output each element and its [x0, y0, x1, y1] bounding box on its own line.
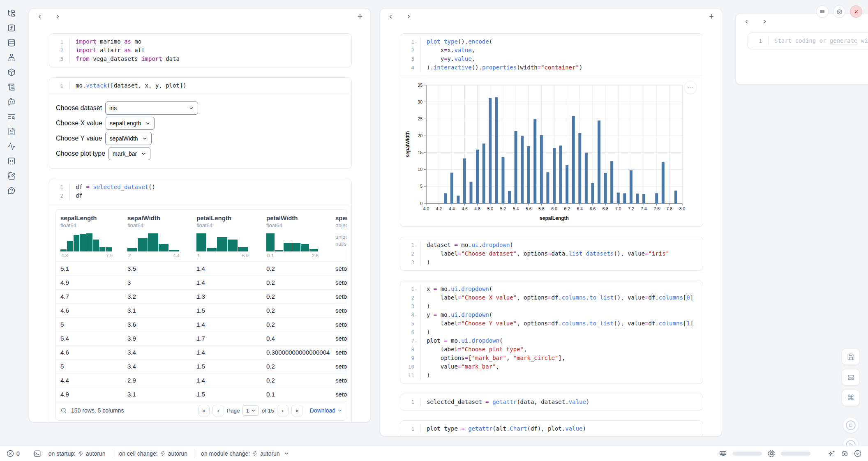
code-line[interactable]: 1⌄plot_type().encode( [400, 37, 703, 46]
ai-chat-icon[interactable] [7, 98, 16, 106]
column-header-sepalLength[interactable]: sepalLengthfloat644.37.9 [60, 214, 127, 258]
column-header-sepalWidth[interactable]: sepalWidthfloat6424.4 [127, 214, 196, 258]
copilot-button[interactable] [841, 450, 848, 457]
table-row[interactable]: 53.61.40.2setosa [55, 317, 347, 331]
last-page-button[interactable]: » [291, 405, 303, 416]
search-icon[interactable] [60, 407, 67, 414]
tracing-activity-icon[interactable] [7, 142, 16, 150]
code-line[interactable]: 1df = selected_dataset() [49, 183, 351, 191]
column-next-button[interactable] [405, 13, 412, 20]
database-icon[interactable] [7, 39, 16, 47]
column-prev-button[interactable] [387, 13, 394, 20]
autorun-toggle-on-module-change[interactable]: on module change:autorun [201, 450, 289, 457]
table-row[interactable]: 5.43.91.70.4setosa [55, 331, 347, 345]
table-row[interactable]: 53.41.50.2setosa [55, 359, 347, 373]
table-row[interactable]: 4.63.11.50.2setosa [55, 303, 347, 317]
keyboard-shortcuts-button[interactable]: ⌘ [842, 390, 860, 406]
logs-scroll-icon[interactable] [7, 83, 16, 91]
package-icon[interactable] [7, 68, 16, 76]
code-line[interactable]: 1import marimo as mo [49, 37, 351, 46]
code-cell-dataset-dropdown[interactable]: 1⌄dataset = mo.ui.dropdown(2 label="Choo… [400, 237, 703, 271]
column-next-button[interactable] [54, 13, 61, 20]
column-header-species[interactable]: speciesobjectuniquenulls: [335, 214, 347, 258]
code-line[interactable]: 6) [400, 328, 703, 337]
chart-actions-button[interactable]: ⋯ [684, 81, 697, 94]
select-choose-y-value[interactable]: sepalWidth [105, 132, 151, 145]
table-row[interactable]: 4.42.91.40.2setosa [55, 373, 347, 387]
menu-button[interactable] [816, 5, 829, 18]
code-line[interactable]: 8 label="Choose plot type", [400, 345, 703, 354]
close-button[interactable] [850, 5, 862, 18]
code-line[interactable]: 4⌄y = mo.ui.dropdown( [400, 311, 703, 319]
select-choose-x-value[interactable]: sepalLength [106, 117, 155, 130]
code-line[interactable]: 4).interactive().properties(width="conta… [400, 63, 703, 72]
code-line[interactable]: 3 y=y.value, [400, 55, 703, 63]
select-choose-plot-type[interactable]: mark_bar [108, 147, 150, 160]
column-next-button[interactable] [761, 18, 768, 25]
scratchpad-search-icon[interactable] [7, 113, 16, 121]
code-line[interactable]: 3from vega_datasets import data [49, 55, 351, 63]
code-line[interactable]: 2import altair as alt [49, 46, 351, 55]
code-cell-selected-dataset[interactable]: 1selected_dataset = getattr(data, datase… [400, 394, 703, 410]
code-line[interactable]: 5 label="Choose Y value", options=df.col… [400, 319, 703, 328]
code-line[interactable]: 9 options=["mark_bar", "mark_circle"], [400, 354, 703, 362]
code-line[interactable]: 2 label="Choose X value", options=df.col… [400, 293, 703, 302]
column-header-petalWidth[interactable]: petalWidthfloat640.12.5 [266, 214, 335, 258]
settings-button[interactable] [833, 5, 845, 18]
add-cell-button[interactable] [356, 13, 364, 20]
table-row[interactable]: 5.13.51.40.2setosa [55, 261, 347, 275]
column-header-petalLength[interactable]: petalLengthfloat6416.9 [196, 214, 266, 258]
code-cell-plot-type[interactable]: 1plot_type = getattr(alt.Chart(df), plot… [400, 420, 703, 436]
stop-button[interactable] [843, 417, 859, 433]
layout-button[interactable] [842, 369, 860, 385]
add-cell-button[interactable] [708, 13, 715, 20]
code-line[interactable]: 11) [400, 371, 703, 380]
generate-link[interactable]: generate [830, 37, 857, 44]
ai-sparkles-button[interactable] [828, 450, 835, 457]
cpu-usage-meter[interactable] [781, 452, 810, 456]
table-row[interactable]: 4.93.11.50.1setosa [55, 387, 347, 401]
code-cell-xy-plot-dropdowns[interactable]: 1⌄x = mo.ui.dropdown(2 label="Choose X v… [400, 281, 703, 384]
code-line[interactable]: 1mo.vstack([dataset, x, y, plot]) [49, 81, 351, 90]
code-cell-plot[interactable]: 1⌄plot_type().encode(2 x=x.value,3 y=y.v… [400, 33, 703, 227]
table-row[interactable]: 4.63.41.40.30000000000000004setosa [55, 345, 347, 359]
next-page-button[interactable]: › [277, 405, 289, 416]
code-line[interactable]: 3) [400, 258, 703, 267]
column-prev-button[interactable] [743, 18, 750, 25]
code-line[interactable]: 1plot_type = getattr(alt.Chart(df), plot… [400, 424, 703, 433]
notebook-pen-icon[interactable] [7, 172, 16, 180]
prev-page-button[interactable]: ‹ [212, 405, 224, 416]
page-select[interactable]: 1 [242, 405, 259, 416]
health-check-button[interactable] [854, 450, 861, 457]
dependency-graph-icon[interactable] [7, 53, 16, 62]
code-cell-vstack[interactable]: 1mo.vstack([dataset, x, y, plot]) Choose… [49, 77, 352, 169]
column-prev-button[interactable] [36, 13, 43, 20]
code-line[interactable]: 2 x=x.value, [400, 46, 703, 55]
code-cell-dataframe[interactable]: 1df = selected_dataset()2df sepalLengthf… [49, 179, 352, 422]
code-line[interactable]: 10 value="mark_bar", [400, 362, 703, 371]
code-line[interactable]: 1⌄dataset = mo.ui.dropdown( [400, 241, 703, 249]
first-page-button[interactable]: « [198, 405, 210, 416]
download-button[interactable]: Download [310, 407, 342, 414]
help-icon[interactable] [7, 187, 16, 195]
empty-cell-editor[interactable]: 1 Start coding or generate with AI [748, 32, 868, 49]
code-line[interactable]: 1selected_dataset = getattr(data, datase… [400, 398, 703, 406]
code-line[interactable]: 3) [400, 302, 703, 311]
save-button[interactable] [842, 348, 860, 365]
table-row[interactable]: 4.931.40.2setosa [55, 275, 347, 289]
document-icon[interactable] [7, 127, 16, 136]
terminal-button[interactable] [34, 450, 41, 457]
error-indicator[interactable]: 0 [7, 450, 20, 457]
memory-usage-meter[interactable] [732, 452, 762, 456]
code-line[interactable]: 7⌄plot = mo.ui.dropdown( [400, 337, 703, 345]
code-line[interactable]: 2 label="Choose dataset", options=data.l… [400, 249, 703, 258]
altair-bar-chart[interactable]: 4.04.24.44.64.85.05.25.45.65.86.06.26.46… [403, 80, 694, 225]
select-choose-dataset[interactable]: iris [105, 101, 198, 115]
code-line[interactable]: 2df [49, 191, 351, 200]
autorun-toggle-on-startup[interactable]: on startup:autorun [48, 450, 106, 457]
code-line[interactable]: 1⌄x = mo.ui.dropdown( [400, 285, 703, 293]
autorun-toggle-on-cell-change[interactable]: on cell change:autorun [119, 450, 187, 457]
function-square-icon[interactable] [7, 24, 16, 32]
table-row[interactable]: 4.73.21.30.2setosa [55, 289, 347, 303]
file-tree-icon[interactable] [7, 9, 16, 17]
